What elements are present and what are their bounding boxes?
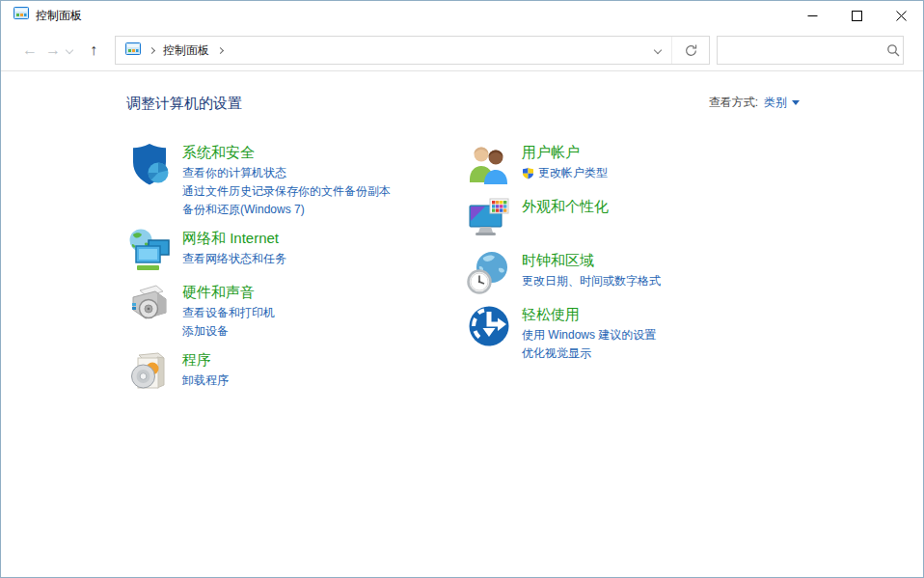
breadcrumb-chevron-icon[interactable] [217,46,224,53]
task-link[interactable]: 添加设备 [182,322,275,341]
task-link[interactable]: 使用 Windows 建议的设置 [522,326,656,344]
titlebar: 控制面板 [1,1,923,30]
content-header: 调整计算机的设置 查看方式: 类别 [126,95,800,113]
category-title-system-security[interactable]: 系统和安全 [182,142,255,162]
titlebar-left: 控制面板 [1,6,790,25]
breadcrumb-item-control-panel[interactable]: 控制面板 [163,42,209,59]
task-link[interactable]: 优化视觉显示 [522,344,656,363]
task-link-change-account-type[interactable]: 更改帐户类型 [522,164,608,182]
category-columns: 系统和安全 查看你的计算机状态 通过文件历史记录保存你的文件备份副本 备份和还原… [126,141,871,402]
task-link[interactable]: 卸载程序 [182,372,229,390]
security-shield-icon[interactable] [126,141,173,187]
uac-shield-icon [522,167,534,179]
category-user-accounts: 用户帐户 更改帐户类型 [466,141,871,187]
clock-region-icon[interactable] [466,249,512,295]
task-link[interactable]: 查看你的计算机状态 [182,164,391,182]
category-programs: 程序 卸载程序 [126,348,466,395]
search-icon[interactable] [883,43,903,57]
window-controls [790,1,923,30]
search-input[interactable] [718,38,883,63]
view-by-dropdown[interactable]: 类别 [764,95,800,111]
search-box [717,36,904,65]
category-title-programs[interactable]: 程序 [182,349,211,370]
page-title: 调整计算机的设置 [126,95,242,113]
refresh-icon [684,43,698,58]
category-ease-of-access: 轻松使用 使用 Windows 建议的设置 优化视觉显示 [466,303,871,363]
back-icon[interactable]: ← [18,42,41,58]
category-title-ease-of-access[interactable]: 轻松使用 [522,304,580,324]
maximize-button[interactable] [834,1,879,30]
control-panel-icon [125,41,141,60]
programs-icon[interactable] [126,348,173,395]
forward-icon[interactable]: → [41,42,65,58]
category-hardware-sound: 硬件和声音 查看设备和打印机 添加设备 [126,281,466,341]
category-title-network-internet[interactable]: 网络和 Internet [182,228,279,248]
view-by-label: 查看方式: [709,95,758,111]
category-title-clock-region[interactable]: 时钟和区域 [522,250,594,270]
up-icon[interactable]: ↑ [82,42,105,58]
task-link[interactable]: 通过文件历史记录保存你的文件备份副本 [182,182,391,201]
task-link[interactable]: 查看设备和打印机 [182,304,275,322]
navigation-bar: ← → ↑ 控制面板 [1,30,923,71]
hardware-sound-icon[interactable] [126,281,173,327]
close-button[interactable] [879,1,923,30]
right-column: 用户帐户 更改帐户类型 [466,141,871,402]
task-link[interactable]: 更改日期、时间或数字格式 [522,272,661,290]
category-title-hardware-sound[interactable]: 硬件和声音 [182,282,255,302]
user-accounts-icon[interactable] [466,141,512,187]
refresh-button[interactable] [672,37,709,64]
category-title-appearance[interactable]: 外观和个性化 [522,196,609,216]
control-panel-window: 控制面板 ← → ↑ [0,0,924,578]
category-system-security: 系统和安全 查看你的计算机状态 通过文件历史记录保存你的文件备份副本 备份和还原… [126,141,466,219]
window-title: 控制面板 [36,8,82,24]
chevron-down-icon [653,46,661,54]
history-chevron-down-icon[interactable] [66,46,73,54]
left-column: 系统和安全 查看你的计算机状态 通过文件历史记录保存你的文件备份副本 备份和还原… [126,141,466,402]
control-panel-icon [14,6,29,25]
content-area: 调整计算机的设置 查看方式: 类别 [1,71,923,577]
breadcrumb-chevron-icon[interactable] [149,46,155,53]
view-by-control: 查看方式: 类别 [709,95,800,111]
category-appearance-personalization: 外观和个性化 [466,195,871,241]
address-dropdown-button[interactable] [643,37,672,64]
category-clock-region: 时钟和区域 更改日期、时间或数字格式 [466,249,871,295]
category-title-user-accounts[interactable]: 用户帐户 [522,142,580,162]
appearance-icon[interactable] [466,195,512,241]
category-network-internet: 网络和 Internet 查看网络状态和任务 [126,227,466,273]
task-link[interactable]: 备份和还原(Windows 7) [182,201,391,219]
breadcrumb: 控制面板 [116,41,643,60]
network-icon[interactable] [126,227,173,273]
address-bar[interactable]: 控制面板 [115,36,710,65]
chevron-down-icon [792,100,800,105]
task-link[interactable]: 查看网络状态和任务 [182,250,286,268]
minimize-button[interactable] [790,1,834,30]
ease-of-access-icon[interactable] [466,303,512,349]
